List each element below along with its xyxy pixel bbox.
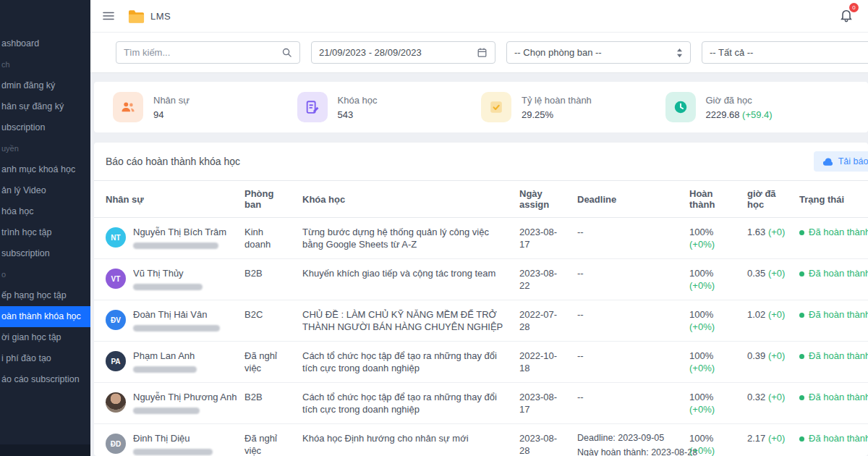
avatar-photo xyxy=(106,392,126,413)
sidebar-item[interactable]: áo cáo subscription xyxy=(0,369,90,390)
employee-cell: ĐVĐoàn Thị Hải Vân xyxy=(94,300,239,342)
hours-cell: 1.02 (+0) xyxy=(741,300,793,342)
course-cell: Từng bước dựng hệ thống quản lý công việ… xyxy=(297,218,514,259)
search-icon xyxy=(281,47,292,58)
report-table-head: Nhân sựPhòng banKhóa họcNgày assignDeadl… xyxy=(94,181,868,218)
hours-delta: (+0) xyxy=(768,227,785,237)
hours-delta: (+0) xyxy=(768,350,785,361)
stat-label: Nhân sự xyxy=(153,95,190,106)
brand: LMS xyxy=(128,9,171,23)
sidebar-item[interactable]: anh mục khoá học xyxy=(0,159,90,180)
status-cell: Đã hoàn thành xyxy=(793,259,868,300)
employee-cell: PAPhạm Lan Anh xyxy=(94,342,239,383)
main: LMS 0 -- Chọn phòng ban -- xyxy=(90,0,868,456)
status-dot-icon xyxy=(799,230,804,235)
department-cell: B2B xyxy=(239,259,297,300)
department-select-value: -- Chọn phòng ban -- xyxy=(514,47,602,58)
sidebar-section-label: ch xyxy=(0,54,90,75)
sidebar-item[interactable]: dmin đăng ký xyxy=(0,75,90,96)
all-filter-value: -- Tất cả -- xyxy=(710,47,753,58)
assign-date-cell: 2023-08-17 xyxy=(514,383,571,424)
course-cell: Cách tổ chức học tập để tạo ra những tha… xyxy=(297,383,514,424)
hours-delta: (+0) xyxy=(768,268,785,279)
sidebar-item[interactable]: ashboard xyxy=(0,33,90,54)
calendar-icon xyxy=(477,47,488,58)
download-report-button[interactable]: Tải báo cáo xyxy=(814,151,868,172)
department-select[interactable]: -- Chọn phòng ban -- xyxy=(506,41,691,64)
deadline-line: Deadline: 2023-09-05 xyxy=(577,432,678,444)
cloud-download-icon xyxy=(822,157,834,166)
sidebar-item[interactable]: hân sự đăng ký xyxy=(0,96,90,117)
menu-toggle-icon[interactable] xyxy=(102,10,115,22)
column-header: Hoàn thành xyxy=(684,181,741,218)
course-cell: CHỦ ĐỀ : LÀM CHỦ KỸ NĂNG MỀM ĐỂ TRỞ THÀN… xyxy=(297,300,514,342)
completion-delta: (+0%) xyxy=(689,239,715,250)
employee-name: Đoàn Thị Hải Vân xyxy=(133,308,220,321)
employee-email-redacted xyxy=(133,449,213,455)
sidebar-item[interactable]: i phí đào tạo xyxy=(0,348,90,369)
table-row: ĐDĐinh Thị DiệuĐã nghỉ việcKhóa học Định… xyxy=(94,424,868,456)
hours-delta: (+0) xyxy=(768,392,785,402)
column-header: Phòng ban xyxy=(239,181,297,218)
stat-value: 94 xyxy=(153,109,190,120)
sidebar-item[interactable]: subscription xyxy=(0,243,90,264)
table-row: Nguyễn Thị Phương AnhB2BCách tổ chức học… xyxy=(94,383,868,424)
topbar: LMS 0 xyxy=(90,0,868,33)
deadline-cell: Deadline: 2023-09-05Ngày hoàn thành: 202… xyxy=(571,424,684,456)
status-cell: Đã hoàn thành xyxy=(793,300,868,342)
date-range-input[interactable] xyxy=(319,47,471,58)
all-filter-select[interactable]: -- Tất cả -- xyxy=(702,41,868,64)
department-cell: B2B xyxy=(239,383,297,424)
search-field[interactable] xyxy=(116,41,300,64)
course-cell: Cách tổ chức học tập để tạo ra những tha… xyxy=(297,342,514,383)
stat-label: Tỷ lệ hoàn thành xyxy=(522,95,592,106)
sidebar-footer xyxy=(0,444,90,456)
sidebar-item[interactable]: trình học tập xyxy=(0,222,90,243)
department-cell: Kinh doanh xyxy=(239,218,297,259)
sidebar-item[interactable]: ếp hạng học tập xyxy=(0,285,90,306)
hours-cell: 0.35 (+0) xyxy=(741,259,793,300)
sidebar-item[interactable]: ản lý Video xyxy=(0,180,90,201)
completion-cell: 100% (+0%) xyxy=(684,424,741,456)
report-table: Nhân sựPhòng banKhóa họcNgày assignDeadl… xyxy=(94,180,868,456)
column-header: Ngày assign xyxy=(514,181,571,218)
department-cell: Đã nghỉ việc xyxy=(239,424,297,456)
sidebar-item[interactable]: ời gian học tập xyxy=(0,327,90,348)
date-range-field[interactable] xyxy=(311,41,495,64)
sort-arrows-icon xyxy=(676,48,683,58)
hours-cell: 2.17 (+0) xyxy=(741,424,793,456)
employee-name: Nguyễn Thị Phương Anh xyxy=(133,391,237,403)
hours-delta: (+0) xyxy=(768,433,785,444)
status-dot-icon xyxy=(799,395,804,400)
department-cell: B2C xyxy=(239,300,297,342)
search-input[interactable] xyxy=(124,47,276,58)
status-dot-icon xyxy=(799,313,804,318)
hours-cell: 1.63 (+0) xyxy=(741,218,793,259)
column-header: Deadline xyxy=(571,181,684,218)
completion-cell: 100% (+0%) xyxy=(684,218,741,259)
completion-cell: 100% (+0%) xyxy=(684,383,741,424)
completion-delta: (+0%) xyxy=(689,363,715,373)
check-icon xyxy=(481,92,511,122)
notification-badge: 0 xyxy=(849,3,859,12)
notifications-bell[interactable]: 0 xyxy=(836,4,856,28)
table-row: NTNguyễn Thị Bích TrâmKinh doanhTừng bướ… xyxy=(94,218,868,259)
course-icon xyxy=(297,92,328,122)
avatar-initials: PA xyxy=(106,351,126,371)
sidebar-item[interactable]: hóa học xyxy=(0,201,90,222)
table-row: ĐVĐoàn Thị Hải VânB2CCHỦ ĐỀ : LÀM CHỦ KỸ… xyxy=(94,300,868,342)
stat-value: 29.25% xyxy=(522,109,592,120)
report-title: Báo cáo hoàn thành khóa học xyxy=(106,156,240,167)
stat-card-1: Khóa học543 xyxy=(297,92,482,122)
sidebar-item[interactable]: ubscription xyxy=(0,117,90,138)
column-header: Trạng thái xyxy=(793,181,868,218)
department-cell: Đã nghỉ việc xyxy=(239,342,297,383)
folder-icon xyxy=(128,9,145,23)
sidebar-item-active[interactable]: oàn thành khóa học xyxy=(0,306,90,327)
completion-cell: 100% (+0%) xyxy=(684,300,741,342)
stats-bar: Nhân sự94Khóa học543Tỷ lệ hoàn thành29.2… xyxy=(94,82,868,132)
assign-date-cell: 2023-08-22 xyxy=(514,259,571,300)
employee-email-redacted xyxy=(133,284,203,290)
avatar-initials: ĐV xyxy=(106,310,126,330)
stat-card-2: Tỷ lệ hoàn thành29.25% xyxy=(481,92,665,122)
